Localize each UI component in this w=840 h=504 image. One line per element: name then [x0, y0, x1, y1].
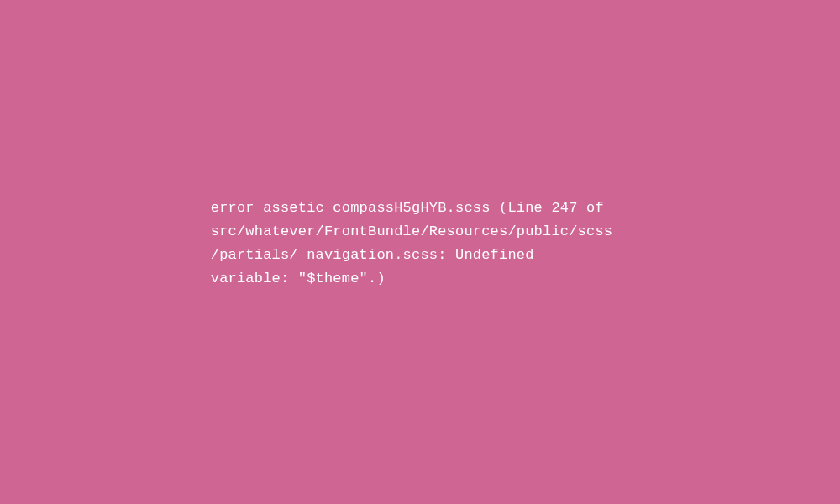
error-text-line-3: /partials/_navigation.scss: Undefined	[211, 244, 612, 267]
error-text-line-2: src/whatever/FrontBundle/Resources/publi…	[211, 220, 612, 244]
error-text-line-4: variable: "$theme".)	[211, 267, 612, 291]
error-message: error assetic_compassH5gHYB.scss (Line 2…	[211, 197, 612, 291]
error-text-line-1: error assetic_compassH5gHYB.scss (Line 2…	[211, 197, 612, 220]
